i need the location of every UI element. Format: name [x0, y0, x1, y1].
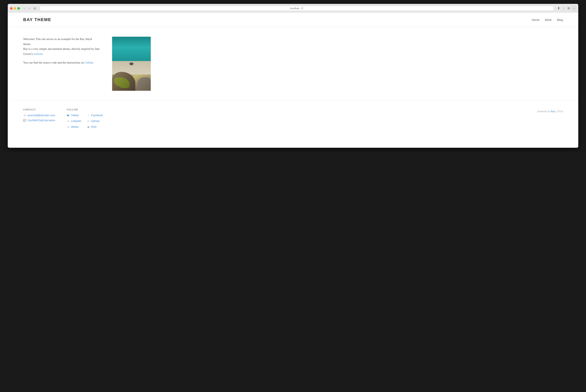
weibo-link[interactable]: ◎ Weibo — [67, 125, 83, 128]
linkedin-link[interactable]: in LinkedIn — [67, 120, 83, 122]
footer-follow: FOLLOW 🐦 Twitter f Facebook in LinkedIn — [67, 108, 103, 130]
close-button[interactable] — [10, 7, 13, 10]
weibo-icon: ◎ — [67, 126, 70, 128]
maximize-button[interactable] — [18, 7, 20, 10]
twitter-icon: 🐦 — [67, 114, 70, 117]
linkedin-icon: in — [67, 120, 70, 122]
download-button[interactable]: ⬇ — [556, 6, 561, 10]
bay-link[interactable]: Bay — [551, 110, 555, 113]
hero-image — [112, 37, 151, 91]
browser-chrome: ‹ › ⊞ localhost ↺ ⬇ ↑ ⧉ + — [8, 4, 578, 12]
minimize-button[interactable] — [14, 7, 16, 10]
email-link[interactable]: ✉ yourmail@domain.com — [23, 114, 55, 117]
email-icon: ✉ — [23, 114, 26, 117]
url-bar[interactable]: localhost ↺ — [40, 6, 554, 11]
nav-work[interactable]: Work — [545, 18, 552, 22]
wechat-link[interactable]: 💬 YourWeChatUsername — [23, 119, 55, 122]
site-content: BAY THEME Home Work Blog Welcome! This s… — [8, 12, 578, 148]
refresh-button[interactable]: ↺ — [301, 7, 303, 10]
nav-blog[interactable]: Blog — [557, 18, 563, 22]
traffic-lights — [10, 7, 20, 10]
github-icon: ⊙ — [87, 120, 90, 122]
browser-actions: ⬇ ↑ ⧉ + — [556, 6, 576, 10]
beach-rocks-right — [137, 77, 151, 91]
website-link[interactable]: website — [34, 52, 43, 56]
site-footer: CONTACT ✉ yourmail@domain.com 💬 YourWeCh… — [8, 100, 578, 138]
site-main: Welcome! This site serves as an example … — [8, 27, 578, 100]
github-footer-link[interactable]: ⊙ GitHub — [87, 120, 103, 122]
url-text: localhost — [290, 7, 299, 10]
facebook-icon: f — [87, 114, 90, 117]
new-tab-button[interactable]: + — [572, 6, 576, 10]
back-button[interactable]: ‹ — [23, 6, 26, 10]
share-button[interactable]: ↑ — [562, 6, 565, 10]
intro-paragraph-2: You can find the source code and the ins… — [23, 60, 101, 65]
tab-manage-button[interactable]: ⧉ — [567, 6, 571, 10]
beach-sea — [112, 37, 151, 64]
site-logo: BAY THEME — [23, 17, 51, 22]
follow-heading: FOLLOW — [67, 108, 103, 111]
rss-link[interactable]: ▣ RSS — [87, 125, 103, 128]
footer-powered: powered by Bay | 2019 — [537, 108, 563, 113]
footer-contact: CONTACT ✉ yourmail@domain.com 💬 YourWeCh… — [23, 108, 55, 130]
rss-icon: ▣ — [87, 126, 90, 128]
wechat-icon: 💬 — [23, 119, 26, 122]
github-link[interactable]: GitHub — [85, 61, 93, 64]
nav-home[interactable]: Home — [532, 18, 539, 22]
site-nav: Home Work Blog — [532, 18, 563, 22]
follow-grid: 🐦 Twitter f Facebook in LinkedIn ⊙ GitHu… — [67, 114, 103, 130]
forward-button[interactable]: › — [28, 6, 31, 10]
intro-paragraph-1: Welcome! This site serves as an example … — [23, 37, 101, 56]
facebook-link[interactable]: f Facebook — [87, 114, 103, 117]
twitter-link[interactable]: 🐦 Twitter — [67, 114, 83, 117]
site-header: BAY THEME Home Work Blog — [8, 12, 578, 27]
sidebar-toggle-button[interactable]: ⊞ — [33, 6, 37, 10]
contact-heading: CONTACT — [23, 108, 55, 111]
site-text: Welcome! This site serves as an example … — [23, 37, 101, 69]
